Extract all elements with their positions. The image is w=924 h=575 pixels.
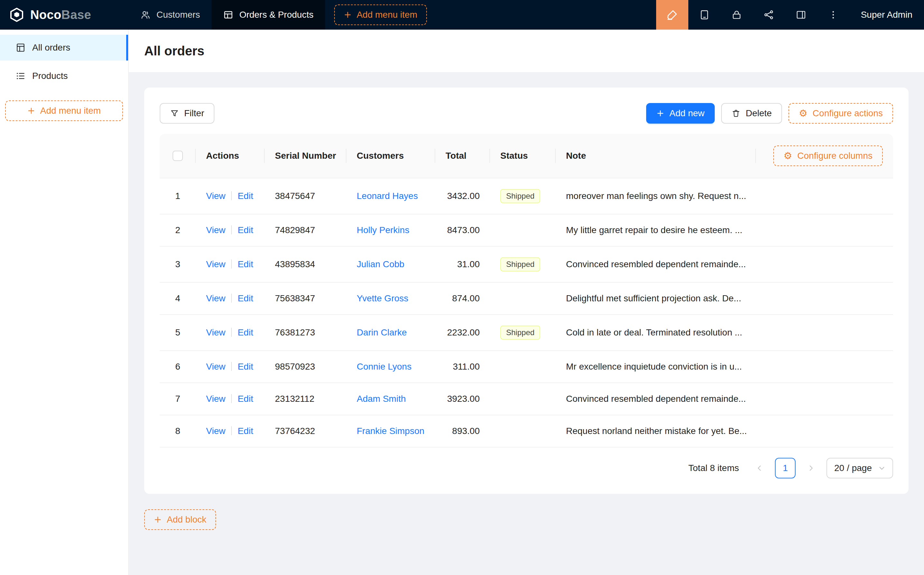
actions-cell: ViewEdit (196, 283, 265, 315)
serial-number-cell: 76381273 (265, 315, 346, 351)
customer-link[interactable]: Adam Smith (357, 394, 406, 404)
view-link[interactable]: View (206, 394, 225, 404)
action-divider (231, 362, 232, 371)
note-cell: My little garret repair to desire he est… (556, 214, 756, 246)
mobile-preview-button[interactable] (688, 0, 721, 30)
users-icon (140, 10, 151, 20)
view-link[interactable]: View (206, 191, 225, 201)
sidebar-item-all-orders[interactable]: All orders (0, 35, 128, 60)
delete-button[interactable]: Delete (721, 103, 782, 124)
add-block-label: Add block (167, 515, 206, 525)
edit-link[interactable]: Edit (238, 426, 253, 436)
sidebar-item-label: All orders (32, 43, 70, 53)
page-content: Filter Add new Delete (129, 72, 924, 545)
total-cell: 3432.00 (435, 178, 490, 214)
actions-cell: ViewEdit (196, 178, 265, 214)
settings-center-button[interactable] (785, 0, 817, 30)
add-new-button[interactable]: Add new (646, 103, 715, 124)
customer-link[interactable]: Julian Cobb (357, 259, 404, 269)
prev-page-button[interactable] (749, 458, 770, 478)
page-size-select[interactable]: 20 / page (826, 458, 893, 478)
status-cell (490, 214, 556, 246)
spacer-cell (756, 178, 893, 214)
tab-customers[interactable]: Customers (129, 0, 211, 30)
view-link[interactable]: View (206, 327, 225, 337)
orders-table-block: Filter Add new Delete (144, 87, 908, 494)
view-link[interactable]: View (206, 225, 225, 235)
plus-icon (154, 516, 162, 524)
user-menu[interactable]: Super Admin (849, 0, 924, 30)
table-header-row: Actions Serial Number Customers Total St… (160, 134, 893, 178)
lock-icon (731, 10, 742, 20)
edit-link[interactable]: Edit (238, 362, 253, 372)
customer-link[interactable]: Leonard Hayes (357, 191, 418, 201)
ui-editor-button[interactable] (656, 0, 688, 30)
spacer-cell (756, 315, 893, 351)
serial-number-cell: 75638347 (265, 283, 346, 315)
customer-link[interactable]: Frankie Simpson (357, 426, 424, 436)
add-menu-item-header-button[interactable]: Add menu item (334, 5, 427, 25)
customer-cell: Darin Clarke (346, 315, 435, 351)
action-divider (231, 226, 232, 234)
pagination-total: Total 8 items (688, 463, 739, 473)
status-cell: Shipped (490, 315, 556, 351)
edit-link[interactable]: Edit (238, 293, 253, 303)
current-page-button[interactable]: 1 (775, 458, 795, 478)
spacer-cell (756, 214, 893, 246)
security-button[interactable] (721, 0, 753, 30)
serial-number-cell: 98570923 (265, 351, 346, 383)
filter-icon (170, 109, 179, 118)
table-row: 5 ViewEdit 76381273 Darin Clarke 2232.00… (160, 315, 893, 351)
view-link[interactable]: View (206, 259, 225, 269)
add-new-label: Add new (669, 108, 705, 119)
configure-actions-button[interactable]: ⚙ Configure actions (789, 103, 893, 124)
spacer-cell (756, 283, 893, 315)
actions-cell: ViewEdit (196, 383, 265, 415)
edit-link[interactable]: Edit (238, 191, 253, 201)
select-all-checkbox[interactable] (173, 151, 183, 161)
edit-link[interactable]: Edit (238, 259, 253, 269)
status-cell: Shipped (490, 178, 556, 214)
view-link[interactable]: View (206, 426, 225, 436)
view-link[interactable]: View (206, 293, 225, 303)
table-toolbar: Filter Add new Delete (160, 103, 893, 124)
customer-link[interactable]: Darin Clarke (357, 327, 407, 337)
top-navbar: NocoBase Customers Orders & Products Add… (0, 0, 924, 30)
customer-link[interactable]: Connie Lyons (357, 362, 411, 372)
table-row: 8 ViewEdit 73764232 Frankie Simpson 893.… (160, 415, 893, 448)
table-row: 3 ViewEdit 43895834 Julian Cobb 31.00 Sh… (160, 246, 893, 283)
configure-actions-label: Configure actions (813, 108, 883, 119)
add-block-button[interactable]: Add block (144, 509, 216, 530)
customer-cell: Yvette Gross (346, 283, 435, 315)
chevron-left-icon (756, 464, 764, 472)
chevron-down-icon (878, 465, 885, 472)
row-index: 7 (175, 394, 180, 404)
total-cell: 2232.00 (435, 315, 490, 351)
sidebar-item-products[interactable]: Products (0, 63, 128, 89)
customer-link[interactable]: Holly Perkins (357, 225, 409, 235)
tab-orders-products[interactable]: Orders & Products (211, 0, 325, 30)
filter-button[interactable]: Filter (160, 103, 214, 124)
edit-link[interactable]: Edit (238, 225, 253, 235)
view-link[interactable]: View (206, 362, 225, 372)
next-page-button[interactable] (801, 458, 821, 478)
status-cell (490, 283, 556, 315)
spacer-cell (756, 383, 893, 415)
total-cell: 893.00 (435, 415, 490, 448)
edit-link[interactable]: Edit (238, 327, 253, 337)
gear-icon: ⚙ (799, 108, 807, 118)
customer-link[interactable]: Yvette Gross (357, 293, 408, 303)
table-row: 1 ViewEdit 38475647 Leonard Hayes 3432.0… (160, 178, 893, 214)
plugin-manager-button[interactable] (753, 0, 785, 30)
add-menu-item-sidebar-button[interactable]: Add menu item (5, 100, 123, 121)
more-button[interactable] (817, 0, 849, 30)
status-cell (490, 383, 556, 415)
customer-cell: Leonard Hayes (346, 178, 435, 214)
nocobase-logo: NocoBase (0, 0, 129, 30)
edit-link[interactable]: Edit (238, 394, 253, 404)
configure-columns-button[interactable]: ⚙ Configure columns (773, 146, 883, 166)
column-header-total: Total (435, 134, 490, 178)
total-cell: 8473.00 (435, 214, 490, 246)
spacer-cell (756, 415, 893, 448)
tablet-icon (699, 10, 710, 20)
